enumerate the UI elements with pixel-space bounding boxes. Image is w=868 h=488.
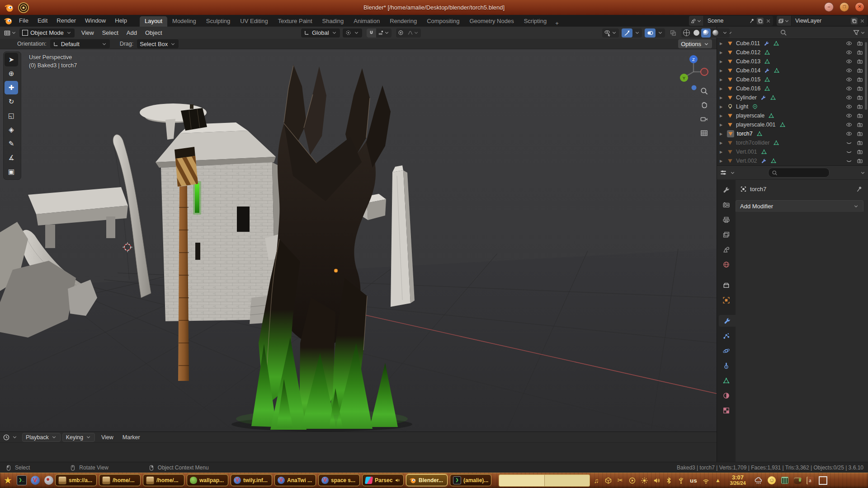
task-button-smb-a-[interactable]: smb://a...	[55, 474, 97, 486]
object-name[interactable]: Cube.013	[736, 58, 760, 65]
outliner-item-Cube.012[interactable]: ▶ Cube.012	[717, 48, 868, 57]
expand-icon[interactable]: ▶	[720, 114, 725, 118]
object-name[interactable]: Cube.011	[736, 40, 760, 47]
shading-rendered-button[interactable]	[711, 28, 720, 38]
gizmo-x-axis[interactable]	[701, 68, 708, 75]
properties-tab-constraints[interactable]	[719, 360, 734, 371]
task-button-AnaTwi-[interactable]: VAnaTwi ...	[274, 474, 316, 486]
expand-icon[interactable]: ▶	[720, 87, 725, 91]
expand-icon[interactable]: ▶	[720, 96, 725, 100]
properties-editor-icon[interactable]	[720, 169, 727, 176]
timeline-menu-keying[interactable]: Keying	[62, 433, 95, 442]
outliner-item-Cube.013[interactable]: ▶ Cube.013	[717, 57, 868, 66]
properties-tab-view-layer[interactable]	[719, 229, 734, 240]
pivot-point-selector[interactable]	[343, 28, 362, 38]
outliner-item-Cylinder[interactable]: ▶ Cylinder	[717, 93, 868, 102]
task-button-space-s-[interactable]: Vspace s...	[318, 474, 360, 486]
workspace-tab-compositing[interactable]: Compositing	[422, 16, 464, 27]
pager-desktop-1[interactable]	[499, 475, 544, 486]
transform-orientation-selector[interactable]: Global	[301, 28, 340, 38]
outliner-item-Cube.014[interactable]: ▶ Cube.014	[717, 66, 868, 75]
object-name[interactable]: torch7collider	[736, 140, 769, 146]
show-overlays-toggle[interactable]	[645, 28, 656, 38]
expand-icon[interactable]: ▶	[720, 150, 725, 154]
maximize-button[interactable]: □	[840, 2, 849, 12]
dictionary-icon[interactable]: a	[807, 477, 814, 484]
scissors-icon[interactable]: ✂	[615, 476, 625, 484]
object-name[interactable]: Cube.015	[736, 76, 760, 83]
workspace-tab-animation[interactable]: Animation	[349, 16, 385, 27]
minimize-button[interactable]: –	[824, 2, 834, 12]
window-outline-icon[interactable]	[819, 476, 827, 485]
properties-tab-world[interactable]	[719, 258, 734, 270]
properties-tab-object[interactable]	[719, 294, 734, 306]
menu-edit[interactable]: Edit	[33, 15, 52, 27]
object-visibility-toggle[interactable]	[602, 28, 619, 38]
menu-window[interactable]: Window	[80, 15, 110, 27]
menu-render[interactable]: Render	[52, 15, 80, 27]
tool-move[interactable]: ✚	[5, 81, 18, 94]
gizmo-dropdown[interactable]	[632, 28, 642, 38]
launcher-menu-star[interactable]: ★	[3, 475, 13, 486]
launcher-vivaldi[interactable]: V	[30, 475, 40, 486]
object-name[interactable]: playerscale.001	[736, 122, 776, 128]
browse-scene-button[interactable]	[689, 16, 704, 26]
tool-transform[interactable]: ◈	[5, 123, 18, 136]
delete-scene-icon[interactable]	[765, 18, 771, 24]
camera-view-icon[interactable]	[700, 115, 708, 123]
viewlayer-selector[interactable]: ViewLayer	[777, 16, 867, 26]
task-button--home-[interactable]: /home/...	[143, 474, 184, 486]
properties-tab-collection[interactable]	[719, 279, 734, 291]
object-name[interactable]: Vert.001	[736, 149, 757, 155]
object-name[interactable]: playerscale	[736, 113, 764, 119]
calculator-icon[interactable]	[781, 477, 788, 484]
expand-icon[interactable]: ▶	[720, 141, 725, 145]
object-name[interactable]: Cylinder	[736, 94, 757, 101]
outliner-item-Cube.011[interactable]: ▶ Cube.011	[717, 39, 868, 48]
options-dropdown[interactable]: Options	[678, 39, 712, 48]
expand-icon[interactable]: ▶	[720, 105, 725, 109]
workspace-tab-sculpting[interactable]: Sculpting	[201, 16, 235, 27]
task-button-twily-inf-[interactable]: Vtwily.inf...	[231, 474, 272, 486]
expand-icon[interactable]: ▶	[720, 60, 725, 64]
expand-icon[interactable]: ▶	[720, 51, 725, 55]
object-name[interactable]: Light	[736, 103, 748, 110]
browse-viewlayer-button[interactable]	[777, 16, 792, 26]
timeline-editor-icon[interactable]	[3, 434, 10, 441]
proportional-falloff[interactable]	[406, 28, 421, 38]
delete-viewlayer-icon[interactable]	[859, 18, 865, 24]
tool-rotate[interactable]: ↻	[5, 95, 18, 108]
arrow-up-icon[interactable]: ▲	[713, 477, 723, 483]
task-button-Parsec[interactable]: Parsec	[362, 474, 404, 486]
show-gizmo-toggle[interactable]	[622, 28, 632, 38]
filter-icon[interactable]	[853, 29, 860, 36]
outliner-item-Vert.001[interactable]: ▶ Vert.001	[717, 147, 868, 156]
outliner-item-torch7collider[interactable]: ▶ torch7collider	[717, 138, 868, 147]
object-name[interactable]: Cube.016	[736, 85, 760, 92]
expand-icon[interactable]: ▶	[720, 123, 725, 127]
object-name[interactable]: Cube.012	[736, 49, 760, 56]
properties-tab-material[interactable]	[719, 389, 734, 401]
viewport-3d[interactable]	[0, 27, 717, 432]
task-button--home-[interactable]: /home/...	[99, 474, 141, 486]
search-icon[interactable]	[780, 29, 787, 36]
menu-help[interactable]: Help	[110, 15, 132, 27]
viewport-menu-view[interactable]: View	[77, 29, 98, 36]
drag-dropdown[interactable]: Select Box	[137, 39, 179, 48]
task-button--amalie-[interactable]: ❯(amalie)...	[450, 474, 491, 486]
expand-icon[interactable]: ▶	[720, 69, 725, 73]
launcher-media-player[interactable]	[43, 475, 54, 486]
object-name[interactable]: Cube.014	[736, 67, 760, 74]
add-workspace-button[interactable]: +	[552, 20, 562, 27]
proportional-editing-toggle[interactable]	[396, 28, 406, 38]
workspace-tab-rendering[interactable]: Rendering	[385, 16, 422, 27]
pan-hand-icon[interactable]	[700, 101, 708, 109]
pager-desktop-2[interactable]	[544, 475, 590, 486]
tool-measure[interactable]: ∡	[5, 151, 18, 164]
outliner-item-torch7[interactable]: ▶ torch7	[717, 129, 868, 138]
expand-icon[interactable]: ▶	[720, 78, 725, 82]
pin-icon[interactable]	[749, 18, 755, 24]
tool-scale[interactable]: ◱	[5, 109, 18, 122]
viewport-menu-object[interactable]: Object	[141, 29, 166, 36]
viewport-menu-add[interactable]: Add	[123, 29, 141, 36]
